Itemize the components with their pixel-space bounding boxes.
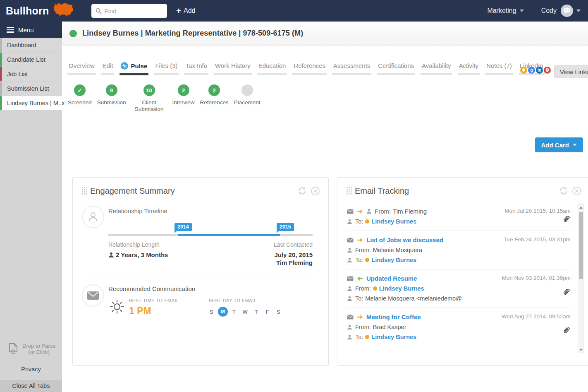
stage-count-badge: 10: [143, 84, 155, 96]
bullhorn-logo[interactable]: Bullhorn: [6, 2, 74, 19]
user-menu[interactable]: Cody: [541, 5, 581, 17]
linkedin-icon[interactable]: in: [536, 67, 543, 74]
email-date: Wed Aug 27 2014, 09:52am: [502, 313, 571, 320]
sun-icon: [109, 299, 125, 316]
pulse-icon: [121, 62, 128, 70]
last-contacted-date: July 20, 2015: [274, 251, 313, 259]
tab-edit[interactable]: Edit: [101, 62, 115, 75]
sidebar-item-submission-list[interactable]: Submission List: [0, 82, 62, 96]
privacy-link[interactable]: Privacy: [0, 366, 62, 373]
tab-underline: [184, 73, 209, 75]
participant-name[interactable]: Lindsey Burnes: [371, 218, 416, 225]
tab-certifications[interactable]: Certifications: [377, 62, 415, 75]
view-linkedin-button[interactable]: View LinkedIn: [554, 65, 588, 78]
search-icon: [96, 8, 102, 14]
tab-files-3[interactable]: Files (3): [154, 62, 179, 75]
menu-button[interactable]: Menu: [0, 22, 62, 38]
pipeline-stage-client-submission[interactable]: 10Client Submission: [131, 84, 167, 113]
scrollbar-thumb[interactable]: [579, 212, 583, 279]
google-icon[interactable]: g: [528, 67, 535, 74]
email-date: Tue Feb 24 2015, 03:31pm: [504, 236, 571, 243]
tab-overview[interactable]: Overview: [67, 62, 96, 75]
sidebar-item-dashboard[interactable]: Dashboard: [0, 38, 62, 53]
timeline-fill: [178, 234, 280, 236]
arrow-right-icon: [356, 208, 363, 215]
best-day-label: BEST DAY TO EMAIL: [209, 298, 287, 303]
person-icon: [347, 296, 352, 301]
drop-to-parse[interactable]: Drop to Parse (or Click): [0, 343, 62, 355]
stage-count-badge: ✓: [74, 84, 86, 96]
communication-label: Recommended Communication: [108, 285, 313, 292]
pipeline-stage-placement[interactable]: Placement: [234, 84, 261, 106]
participant-name[interactable]: Lindsey Burnes: [379, 285, 424, 292]
record-title: Lindsey Burnes | Marketing Representativ…: [82, 29, 303, 38]
sidebar-item-job-list[interactable]: Job List: [0, 67, 62, 82]
plus-icon: +: [176, 6, 181, 16]
department-dropdown[interactable]: Marketing: [487, 7, 523, 14]
tab-references[interactable]: References: [292, 62, 327, 75]
tab-education[interactable]: Education: [257, 62, 287, 75]
tab-label: Work History: [215, 62, 251, 69]
pipeline-stage-interview[interactable]: 2Interview: [172, 84, 195, 106]
sidebar-item-label: Submission List: [7, 85, 49, 92]
email-item: List of Jobs we discussedTue Feb 24 2015…: [347, 231, 571, 269]
sidebar-item-lindsey-burnes-m-x[interactable]: Lindsey Burnes | M..x: [0, 96, 62, 111]
weekday-row: SMTWTFS: [209, 307, 287, 317]
tab-pulse[interactable]: Pulse: [120, 62, 148, 75]
parse-document-icon: [8, 343, 19, 355]
global-search: [91, 4, 167, 18]
add-card-button[interactable]: Add Card: [535, 137, 583, 152]
top-navbar: Bullhorn + Add Marketing Cody: [0, 0, 588, 22]
tab-label: Overview: [69, 62, 95, 69]
status-dot: [365, 219, 369, 224]
stage-count: 9: [110, 87, 113, 94]
pipeline-stage-screened[interactable]: ✓Screened: [68, 84, 92, 106]
chevron-down-icon: [576, 10, 581, 12]
drag-handle-icon[interactable]: [347, 187, 352, 195]
stage-label: Placement: [234, 99, 261, 106]
tab-availability[interactable]: Availability: [421, 62, 452, 75]
status-dot: [365, 258, 369, 262]
tab-underline: [332, 73, 371, 75]
close-all-tabs-button[interactable]: Close All Tabs: [0, 380, 62, 392]
tab-tax-info[interactable]: Tax Info: [184, 62, 209, 75]
lightbulb-icon[interactable]: [520, 67, 527, 74]
pipeline-stages: ✓Screened9Submission10Client Submission2…: [68, 84, 588, 113]
tab-activity[interactable]: Activity: [458, 62, 480, 75]
envelope-avatar-icon: [82, 284, 104, 307]
stage-count: 2: [213, 87, 216, 94]
tab-underline: [458, 73, 480, 75]
close-icon[interactable]: [311, 186, 320, 196]
refresh-icon[interactable]: [297, 186, 307, 196]
tab-label: Notes (7): [486, 62, 512, 69]
email-subject-link[interactable]: Updated Resume: [366, 275, 417, 282]
tab-notes-7[interactable]: Notes (7): [485, 62, 513, 75]
map-pin-icon[interactable]: [544, 67, 551, 74]
pipeline-stage-submission[interactable]: 9Submission: [97, 84, 126, 106]
card-title: Email Tracking: [355, 186, 409, 196]
search-input[interactable]: [104, 7, 162, 14]
tab-label: Certifications: [378, 62, 414, 69]
pipeline-stage-references[interactable]: 2References: [200, 84, 229, 106]
close-icon[interactable]: [572, 186, 581, 196]
sidebar-item-candidate-list[interactable]: Candidate List: [0, 53, 62, 67]
scroll-up-arrow[interactable]: [578, 204, 583, 210]
add-button[interactable]: + Add: [176, 6, 195, 16]
year-tag-start: 2014: [174, 223, 192, 231]
person-icon: [347, 219, 352, 224]
drag-handle-icon[interactable]: [82, 187, 87, 195]
scroll-down-arrow[interactable]: [578, 347, 583, 353]
participant-name[interactable]: Lindsey Burnes: [371, 257, 416, 263]
email-subject-link[interactable]: List of Jobs we discussed: [366, 236, 443, 243]
refresh-icon[interactable]: [559, 186, 569, 196]
email-subject-link[interactable]: Meeting for Coffee: [366, 313, 421, 320]
tab-color-strip: [0, 53, 2, 67]
tab-label: Availability: [422, 62, 451, 69]
participant-name: Brad Kasper: [373, 324, 406, 330]
participant-name[interactable]: Lindsey Burnes: [371, 334, 416, 340]
email-scrollbar[interactable]: [578, 204, 584, 353]
status-dot: [365, 335, 369, 339]
tab-work-history[interactable]: Work History: [214, 62, 252, 75]
best-time-value: 1 PM: [129, 305, 179, 317]
tab-assessments[interactable]: Assessments: [332, 62, 371, 75]
